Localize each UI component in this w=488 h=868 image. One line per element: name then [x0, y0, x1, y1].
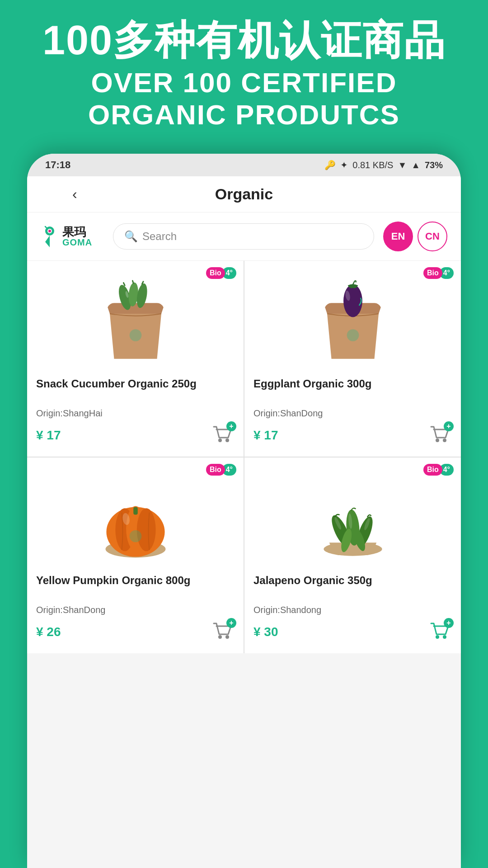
product-price-1: ¥ 17 — [36, 428, 61, 443]
lang-cn-button[interactable]: CN — [418, 222, 447, 251]
product-price-2: ¥ 17 — [253, 428, 278, 443]
product-image-pumpkin — [36, 469, 235, 569]
svg-point-3 — [48, 230, 51, 232]
svg-line-2 — [45, 226, 47, 228]
search-icon: 🔍 — [124, 230, 138, 243]
svg-point-23 — [136, 508, 155, 551]
banner: 100多种有机认证商品 OVER 100 CERTIFIED ORGANIC P… — [0, 0, 488, 140]
lang-en-button[interactable]: EN — [383, 222, 413, 251]
product-footer-1: ¥ 17 + — [36, 423, 235, 448]
product-name-3: Yellow Pumpkin Organic 800g — [36, 573, 235, 601]
nav-bar: ‹ Organic — [27, 176, 461, 212]
product-name-4: Jalapeno Organic 350g — [253, 573, 452, 601]
banner-chinese-text: 100多种有机认证商品 — [18, 18, 470, 63]
svg-point-17 — [436, 439, 439, 442]
product-card-eggplant: Bio 4° — [244, 261, 461, 457]
language-switcher: EN CN — [383, 222, 447, 251]
svg-point-15 — [343, 284, 362, 317]
key-icon: 🔑 — [324, 160, 336, 170]
product-badges-1: Bio 4° — [206, 267, 236, 279]
product-footer-4: ¥ 30 + — [253, 620, 452, 644]
logo-text: 果玛 GOMA — [62, 226, 92, 247]
status-time: 17:18 — [45, 159, 70, 171]
svg-point-38 — [436, 635, 439, 639]
cart-plus-icon-3: + — [226, 618, 236, 628]
svg-line-8 — [123, 283, 125, 286]
product-badges-4: Bio 4° — [423, 464, 454, 476]
cart-plus-icon-4: + — [444, 618, 454, 628]
bio-badge-3: Bio — [206, 464, 225, 476]
logo-english: GOMA — [62, 238, 92, 247]
svg-rect-24 — [133, 507, 138, 514]
product-name-1: Snack Cucumber Organic 250g — [36, 377, 235, 405]
product-image-jalapeno — [253, 469, 452, 569]
add-to-cart-3[interactable]: + — [210, 620, 235, 644]
product-footer-2: ¥ 17 + — [253, 423, 452, 448]
battery-percent: 73% — [425, 160, 443, 170]
product-badges-3: Bio 4° — [206, 464, 236, 476]
svg-point-25 — [129, 530, 141, 542]
network-speed: 0.81 KB/S — [352, 160, 393, 170]
product-price-4: ¥ 30 — [253, 625, 278, 639]
logo: 果玛 GOMA — [41, 225, 104, 248]
product-card-jalapeno: Bio 4° — [244, 458, 461, 653]
phone-frame: 17:18 🔑 ✦ 0.81 KB/S ▼ ▲ 73% ‹ Organic 果玛 — [27, 154, 461, 868]
product-origin-4: Origin:Shandong — [253, 605, 452, 615]
bio-badge-1: Bio — [206, 267, 225, 279]
status-right: 🔑 ✦ 0.81 KB/S ▼ ▲ 73% — [324, 160, 443, 170]
svg-point-13 — [225, 439, 229, 442]
svg-point-12 — [218, 439, 222, 442]
add-to-cart-2[interactable]: + — [427, 423, 452, 448]
search-placeholder: Search — [142, 230, 177, 243]
product-footer-3: ¥ 26 + — [36, 620, 235, 644]
product-badges-2: Bio 4° — [423, 267, 454, 279]
page-title: Organic — [215, 185, 273, 203]
bio-badge-2: Bio — [423, 267, 442, 279]
logo-chinese: 果玛 — [62, 226, 92, 238]
bio-badge-4: Bio — [423, 464, 442, 476]
product-name-2: Eggplant Organic 300g — [253, 377, 452, 405]
product-price-3: ¥ 26 — [36, 625, 61, 639]
svg-point-39 — [443, 635, 446, 639]
add-to-cart-1[interactable]: + — [210, 423, 235, 448]
wifi-icon: ▼ — [398, 160, 407, 170]
cart-plus-icon-1: + — [226, 421, 236, 431]
product-origin-2: Origin:ShanDong — [253, 408, 452, 419]
status-bar: 17:18 🔑 ✦ 0.81 KB/S ▼ ▲ 73% — [27, 154, 461, 176]
svg-point-28 — [225, 635, 229, 639]
search-bar[interactable]: 🔍 Search — [113, 223, 374, 250]
logo-icon — [41, 225, 59, 248]
svg-point-18 — [443, 439, 446, 442]
cart-plus-icon-2: + — [444, 421, 454, 431]
products-grid: Bio 4° — [27, 261, 461, 653]
product-image-eggplant — [253, 273, 452, 372]
product-card-pumpkin: Bio 4° — [27, 458, 244, 653]
signal-icon: ▲ — [411, 160, 420, 170]
product-origin-1: Origin:ShangHai — [36, 408, 235, 419]
svg-line-9 — [132, 281, 133, 283]
bluetooth-icon: ✦ — [340, 160, 348, 170]
back-button[interactable]: ‹ — [72, 186, 77, 203]
svg-point-14 — [347, 329, 359, 341]
banner-english-text: OVER 100 CERTIFIED ORGANIC PRODUTCS — [18, 66, 470, 131]
svg-point-4 — [129, 329, 141, 341]
product-origin-3: Origin:ShanDong — [36, 605, 235, 615]
product-card-cucumber: Bio 4° — [27, 261, 244, 457]
product-image-cucumber — [36, 273, 235, 372]
svg-point-27 — [218, 635, 222, 639]
header: 果玛 GOMA 🔍 Search EN CN — [27, 212, 461, 261]
add-to-cart-4[interactable]: + — [427, 620, 452, 644]
